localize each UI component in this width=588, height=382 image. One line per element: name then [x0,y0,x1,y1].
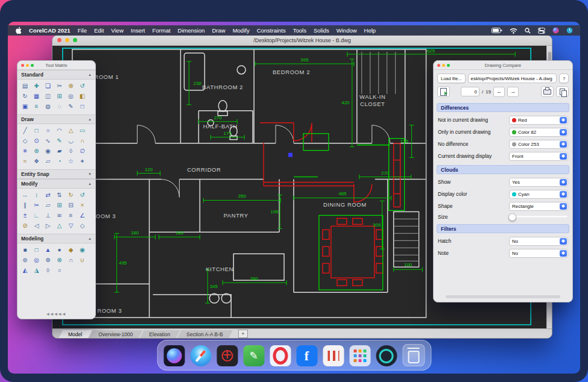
tool-icon[interactable]: ◠ [55,126,64,135]
menu-modify[interactable]: Modify [233,27,250,34]
tool-icon[interactable]: ∩ [66,255,75,265]
tool-icon[interactable]: ◉ [78,245,87,254]
tool-icon[interactable]: ○ [55,266,64,275]
menu-file[interactable]: File [78,27,87,34]
tool-icon[interactable]: ✂ [55,81,64,90]
tool-icon[interactable]: ✎ [55,136,64,145]
tool-icon[interactable]: ◍ [43,102,52,111]
tool-icon[interactable]: ✳ [21,146,30,155]
tool-icon[interactable]: ◁ [32,221,41,230]
control-center-icon[interactable] [538,28,545,34]
dock-corelcad-icon[interactable]: + [217,345,238,366]
tool-icon[interactable]: ▽ [66,221,75,230]
tool-icon[interactable]: ≅ [55,211,64,220]
tool-icon[interactable]: ↻ [21,92,30,101]
tool-icon[interactable]: ▦ [32,92,41,101]
tool-icon[interactable]: ▭ [78,126,87,135]
copy-report-button[interactable] [556,86,569,97]
tool-icon[interactable]: ❖ [32,157,41,166]
siri-icon[interactable] [552,27,559,34]
menu-edit[interactable]: Edit [94,27,104,34]
filter-note-select[interactable]: No [509,249,568,258]
tool-icon[interactable]: ⇅ [55,190,64,199]
tool-section-draw[interactable]: Draw▲ [17,114,95,124]
collapse-arrows[interactable]: ◀◀◀◀◀ [17,309,95,319]
tool-icon[interactable]: ↕ [32,190,41,199]
tab-model[interactable]: Model [58,330,92,339]
tool-icon[interactable]: ∪ [78,255,87,265]
tool-icon[interactable]: ⊗ [55,255,64,265]
dock-utility-disc-icon[interactable] [376,345,397,366]
tool-icon[interactable]: ⊕ [32,146,41,155]
tool-section-modeling[interactable]: Modeling▲ [17,234,95,243]
tool-icon[interactable]: ± [21,211,30,220]
compare-file-field[interactable]: esktop/Projects/Witzek House - A.dwg [468,74,557,83]
menu-draw[interactable]: Draw [212,27,226,34]
minimize-button[interactable] [65,38,69,42]
tool-icon[interactable]: ◇ [78,221,87,230]
tool-icon[interactable]: △ [55,221,64,230]
tool-icon[interactable]: ∿ [43,136,52,145]
tool-icon[interactable]: ◫ [43,92,52,101]
tab-elevation[interactable]: Elevation [139,330,180,339]
previous-difference-button[interactable]: ← [493,87,505,97]
tool-section-entity-snap[interactable]: Entity Snap▼ [17,169,95,179]
tool-icon[interactable]: ⇄ [43,190,52,199]
tool-icon[interactable]: ✶ [78,157,87,166]
tool-icon[interactable]: ✂ [32,201,41,210]
tool-icon[interactable]: ◎ [32,255,41,265]
tool-icon[interactable]: ▤ [21,81,30,90]
tool-icon[interactable]: ⊥ [43,211,52,220]
tool-icon[interactable]: ↔ [21,190,30,199]
cloud-shape-select[interactable]: Rectangle [509,202,568,211]
tool-icon[interactable]: ▣ [21,102,30,111]
apple-menu-icon[interactable] [15,27,22,34]
add-sheet-button[interactable]: + [238,330,248,338]
window-titlebar[interactable]: /Desktop/Projects/Witzek House - B.dwg [52,36,552,46]
tool-icon[interactable]: □ [32,245,41,254]
section-filters[interactable]: Filters [437,224,569,233]
slider-knob[interactable] [508,213,516,221]
print-button[interactable] [541,86,554,97]
tool-icon[interactable]: ◌ [55,102,64,111]
wifi-icon[interactable] [510,28,517,34]
menu-window[interactable]: Window [337,27,357,34]
tool-icon[interactable]: ◧ [78,92,87,101]
tool-icon[interactable]: ⊚ [21,255,30,265]
tool-icon[interactable]: × [78,201,87,210]
difference-index-field[interactable]: 0 [461,87,479,96]
close-button[interactable] [57,38,62,42]
zoom-button[interactable] [73,38,77,42]
tool-icon[interactable]: ▰ [55,146,64,155]
menu-constraints[interactable]: Constraints [257,27,286,34]
tab-overview-1000[interactable]: Overview-1000 [89,330,142,339]
tool-icon[interactable]: □ [32,126,41,135]
no-difference-select[interactable]: Color 253 [509,140,568,149]
load-file-button[interactable]: Load file... [437,74,466,83]
not-in-current-drawing-select[interactable]: Red [509,116,568,125]
tool-matrix-titlebar[interactable]: Tool Matrix [17,61,95,70]
compare-button[interactable] [437,86,450,97]
tool-icon[interactable]: ▱ [43,201,52,210]
palette-resize-grip[interactable] [446,295,560,298]
tool-icon[interactable]: ∩ [78,136,87,145]
tool-icon[interactable]: ∟ [32,211,41,220]
tab-section-a-a-b-b[interactable]: Section A-A B-B [177,330,232,339]
battery-icon[interactable] [492,28,502,33]
menu-view[interactable]: View [111,27,123,34]
tool-icon[interactable]: ◭ [21,266,30,275]
tool-icon[interactable]: ◔ [55,157,64,166]
tool-icon[interactable]: ▷ [43,221,52,230]
tool-icon[interactable]: ■ [21,245,30,254]
tool-icon[interactable]: ◆ [66,245,75,254]
dock-opera-icon[interactable] [270,345,291,366]
cloud-show-select[interactable]: Yes [509,178,568,187]
tool-icon[interactable]: ∅ [78,146,87,155]
tool-icon[interactable]: ✚ [32,81,41,90]
tool-icon[interactable]: ∥ [21,201,30,210]
tool-icon[interactable]: ◊ [66,146,75,155]
tool-icon[interactable]: ❏ [43,81,52,90]
palette-minimize-button[interactable] [442,64,445,67]
tool-icon[interactable]: ≡ [66,211,75,220]
tool-icon[interactable]: ⊕ [43,255,52,265]
